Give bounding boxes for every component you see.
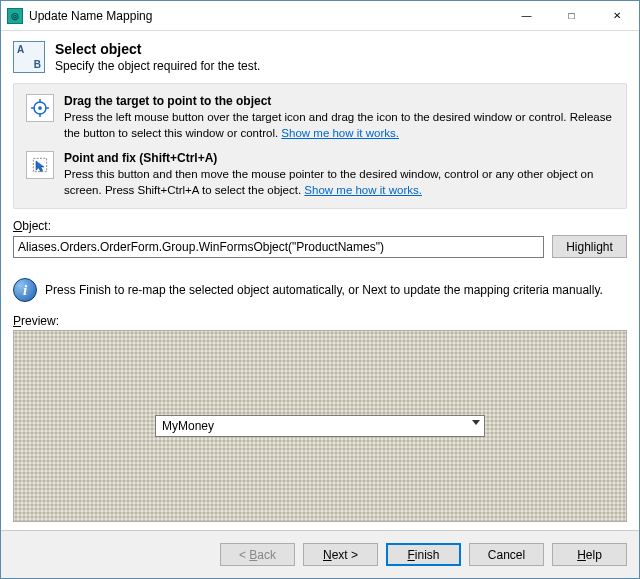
chevron-down-icon	[472, 420, 480, 425]
next-button[interactable]: Next >	[303, 543, 378, 566]
window-title: Update Name Mapping	[29, 9, 504, 23]
highlight-button[interactable]: Highlight	[552, 235, 627, 258]
info-icon: i	[13, 278, 37, 302]
object-label: Object:	[13, 219, 627, 233]
preview-pane: MyMoney	[13, 330, 627, 522]
point-fix-help-link[interactable]: Show me how it works.	[304, 184, 422, 196]
dialog-window: ◎ Update Name Mapping — □ ✕ A B Select o…	[0, 0, 640, 579]
minimize-button[interactable]: —	[504, 1, 549, 30]
info-row: i Press Finish to re-map the selected ob…	[13, 278, 627, 302]
cancel-button[interactable]: Cancel	[469, 543, 544, 566]
drag-target-help-link[interactable]: Show me how it works.	[281, 127, 399, 139]
wizard-header-text: Select object Specify the object require…	[55, 41, 260, 73]
point-fix-title: Point and fix (Shift+Ctrl+A)	[64, 151, 614, 165]
select-object-icon: A B	[13, 41, 45, 73]
drag-target-title: Drag the target to point to the object	[64, 94, 614, 108]
point-fix-text: Press this button and then move the mous…	[64, 167, 614, 198]
instructions-panel: Drag the target to point to the object P…	[13, 83, 627, 209]
page-title: Select object	[55, 41, 260, 57]
point-fix-icon[interactable]	[26, 151, 54, 179]
app-icon: ◎	[7, 8, 23, 24]
wizard-header: A B Select object Specify the object req…	[13, 41, 627, 73]
finish-button[interactable]: Finish	[386, 543, 461, 566]
wizard-footer: < Back Next > Finish Cancel Help	[1, 530, 639, 578]
target-icon[interactable]	[26, 94, 54, 122]
titlebar: ◎ Update Name Mapping — □ ✕	[1, 1, 639, 31]
content-area: A B Select object Specify the object req…	[1, 31, 639, 530]
back-button: < Back	[220, 543, 295, 566]
drag-target-text: Press the left mouse button over the tar…	[64, 110, 614, 141]
svg-point-1	[38, 106, 42, 110]
object-field-group: Object: Highlight	[13, 219, 627, 268]
point-fix-row: Point and fix (Shift+Ctrl+A) Press this …	[26, 151, 614, 198]
object-input[interactable]	[13, 236, 544, 258]
page-subtitle: Specify the object required for the test…	[55, 59, 260, 73]
close-button[interactable]: ✕	[594, 1, 639, 30]
help-button[interactable]: Help	[552, 543, 627, 566]
maximize-button[interactable]: □	[549, 1, 594, 30]
preview-combobox[interactable]: MyMoney	[155, 415, 485, 437]
preview-label: Preview:	[13, 314, 627, 328]
preview-combo-value: MyMoney	[162, 419, 214, 433]
info-text: Press Finish to re-map the selected obje…	[45, 283, 603, 297]
drag-target-row: Drag the target to point to the object P…	[26, 94, 614, 141]
